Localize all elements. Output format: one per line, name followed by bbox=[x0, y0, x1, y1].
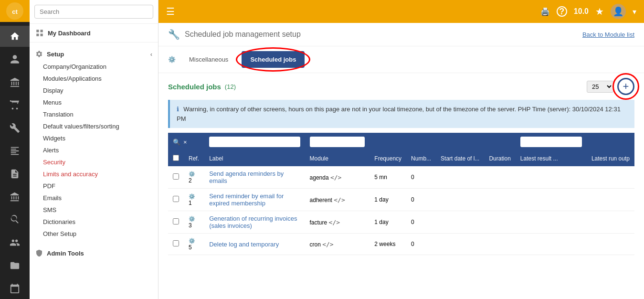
sidebar-item-limits[interactable]: Limits and accuracy bbox=[35, 168, 152, 180]
sidebar-item-display[interactable]: Display bbox=[35, 85, 152, 96]
nav-tools[interactable] bbox=[0, 117, 30, 139]
star-icon[interactable]: ★ bbox=[595, 6, 604, 17]
cell-module-3: cron </> bbox=[305, 234, 370, 255]
cell-label-0[interactable]: Send agenda reminders by emails bbox=[209, 170, 284, 184]
sidebar-item-other-setup[interactable]: Other Setup bbox=[35, 228, 152, 240]
per-page-select[interactable]: 25 50 100 bbox=[587, 81, 613, 93]
icon-bar: ct bbox=[0, 0, 30, 299]
row-checkbox-1[interactable] bbox=[173, 196, 179, 202]
cell-latest-result-0 bbox=[516, 166, 587, 189]
main: ☰ 🖨️ ? 10.0 ★ 👤 ▾ 🔧 Scheduled job manage… bbox=[158, 0, 644, 299]
cell-latest-output-0 bbox=[587, 166, 634, 189]
cell-label-3[interactable]: Delete log and temporary bbox=[209, 241, 279, 248]
sidebar-item-default-values[interactable]: Default values/filters/sorting bbox=[35, 120, 152, 132]
content-area: 🔧 Scheduled job management setup Back to… bbox=[158, 23, 644, 299]
admin-tools-label: Admin Tools bbox=[47, 250, 84, 257]
cell-frequency-2: 1 day bbox=[370, 211, 406, 234]
add-btn-wrapper: + bbox=[617, 78, 634, 95]
col-duration: Duration bbox=[484, 151, 515, 166]
nav-chart[interactable] bbox=[0, 140, 30, 161]
cell-label-1[interactable]: Send reminder by email for expired membe… bbox=[209, 192, 284, 207]
setup-section-title[interactable]: Setup ‹ bbox=[35, 47, 152, 61]
cell-module-2: facture </> bbox=[305, 211, 370, 234]
nav-bank[interactable] bbox=[0, 186, 30, 207]
filter-search-icon[interactable]: 🔍 bbox=[173, 139, 180, 146]
version-label: 10.0 bbox=[574, 7, 589, 16]
table-row: ⚙️ 2 Send agenda reminders by emails age… bbox=[168, 166, 634, 189]
print-icon[interactable]: 🖨️ bbox=[540, 7, 550, 16]
select-all-checkbox[interactable] bbox=[173, 155, 179, 161]
cell-ref-3: ⚙️ 5 bbox=[184, 234, 204, 255]
cell-numb-0: 0 bbox=[406, 166, 436, 189]
sidebar-item-translation[interactable]: Translation bbox=[35, 108, 152, 120]
menu-icon[interactable]: ☰ bbox=[166, 6, 175, 17]
setup-label: Setup bbox=[47, 51, 64, 58]
warning-text: Warning, in contrary of other screens, h… bbox=[177, 106, 621, 122]
sidebar-item-widgets[interactable]: Widgets bbox=[35, 132, 152, 144]
nav-home[interactable] bbox=[0, 26, 30, 47]
cell-latest-output-2 bbox=[587, 211, 634, 234]
cell-latest-output-3 bbox=[587, 234, 634, 255]
cell-module-0: agenda </> bbox=[305, 166, 370, 189]
nav-building[interactable] bbox=[0, 72, 30, 93]
nav-search[interactable] bbox=[0, 209, 30, 230]
admin-tools-section: Admin Tools bbox=[30, 242, 158, 262]
sidebar-item-pdf[interactable]: PDF bbox=[35, 180, 152, 192]
topbar: ☰ 🖨️ ? 10.0 ★ 👤 ▾ bbox=[158, 0, 644, 23]
nav-user[interactable] bbox=[0, 49, 30, 70]
nav-cart[interactable] bbox=[0, 95, 30, 116]
page-title: Scheduled job management setup bbox=[185, 30, 301, 39]
cell-latest-output-1 bbox=[587, 189, 634, 211]
filter-module-input[interactable] bbox=[310, 137, 365, 147]
col-latest-output: Latest run outp bbox=[587, 151, 634, 166]
dashboard-label: My Dashboard bbox=[48, 30, 91, 37]
list-count: (12) bbox=[225, 83, 236, 90]
filter-search-area: 🔍 × bbox=[173, 139, 200, 146]
nav-folder[interactable] bbox=[0, 255, 30, 276]
back-to-module-link[interactable]: Back to Module list bbox=[582, 31, 634, 38]
svg-rect-5 bbox=[41, 34, 43, 36]
sidebar-item-sms[interactable]: SMS bbox=[35, 204, 152, 216]
sidebar-item-dashboard[interactable]: My Dashboard bbox=[30, 24, 158, 43]
nav-invoice[interactable] bbox=[0, 163, 30, 184]
table-row: ⚙️ 1 Send reminder by email for expired … bbox=[168, 189, 634, 211]
help-icon[interactable]: ? bbox=[557, 6, 567, 17]
svg-rect-3 bbox=[41, 30, 43, 32]
cell-duration-3 bbox=[484, 234, 515, 255]
cell-start-date-2 bbox=[436, 211, 484, 234]
filter-clear-icon[interactable]: × bbox=[183, 139, 187, 146]
cell-numb-1: 0 bbox=[406, 189, 436, 211]
filter-label-input[interactable] bbox=[209, 137, 300, 147]
sidebar: My Dashboard Setup ‹ Company/Organizatio… bbox=[30, 0, 158, 299]
app-logo[interactable]: ct bbox=[0, 0, 30, 22]
sidebar-item-company[interactable]: Company/Organization bbox=[35, 61, 152, 73]
filter-duration-input[interactable] bbox=[520, 137, 582, 147]
nav-calendar[interactable] bbox=[0, 278, 30, 299]
user-avatar[interactable]: 👤 bbox=[611, 4, 626, 19]
search-input[interactable] bbox=[34, 5, 153, 19]
cell-label-2[interactable]: Generation of recurring invoices (sales … bbox=[209, 215, 297, 229]
icon-nav bbox=[0, 22, 30, 299]
admin-tools-title[interactable]: Admin Tools bbox=[35, 246, 152, 260]
tab-scheduled-jobs[interactable]: Scheduled jobs bbox=[242, 51, 305, 68]
sidebar-item-security[interactable]: Security bbox=[35, 156, 152, 168]
row-checkbox-3[interactable] bbox=[173, 240, 179, 246]
cell-frequency-3: 2 weeks bbox=[370, 234, 406, 255]
dropdown-icon[interactable]: ▾ bbox=[633, 7, 636, 16]
cell-start-date-0 bbox=[436, 166, 484, 189]
row-checkbox-0[interactable] bbox=[173, 173, 179, 180]
sidebar-item-dictionaries[interactable]: Dictionaries bbox=[35, 216, 152, 228]
cell-frequency-1: 1 day bbox=[370, 189, 406, 211]
sidebar-item-alerts[interactable]: Alerts bbox=[35, 144, 152, 156]
tab-miscellaneous[interactable]: Miscellaneous bbox=[181, 52, 236, 67]
sidebar-item-emails[interactable]: Emails bbox=[35, 192, 152, 204]
add-button[interactable]: + bbox=[617, 78, 634, 95]
nav-people[interactable] bbox=[0, 232, 30, 253]
row-checkbox-2[interactable] bbox=[173, 218, 179, 224]
sidebar-item-modules[interactable]: Modules/Applications bbox=[35, 73, 152, 85]
cell-latest-result-2 bbox=[516, 211, 587, 234]
col-start-date: Start date of l... bbox=[436, 151, 484, 166]
col-ref: Ref. bbox=[184, 151, 204, 166]
svg-text:ct: ct bbox=[12, 8, 18, 15]
sidebar-item-menus[interactable]: Menus bbox=[35, 96, 152, 108]
